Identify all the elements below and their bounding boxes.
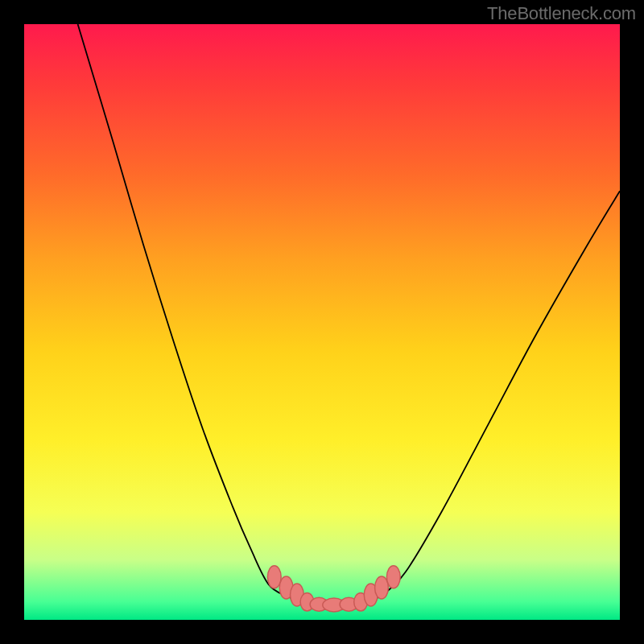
chart-frame: TheBottleneck.com (0, 0, 644, 644)
gradient-plot-area (24, 24, 620, 620)
watermark-text: TheBottleneck.com (487, 3, 636, 24)
valley-marker (375, 576, 389, 599)
valley-marker (386, 566, 400, 588)
valley-marker (267, 566, 281, 588)
curve-left-branch (78, 24, 287, 596)
valley-markers (267, 566, 400, 612)
curve-right-branch (382, 191, 620, 596)
curve-layer (24, 24, 620, 620)
